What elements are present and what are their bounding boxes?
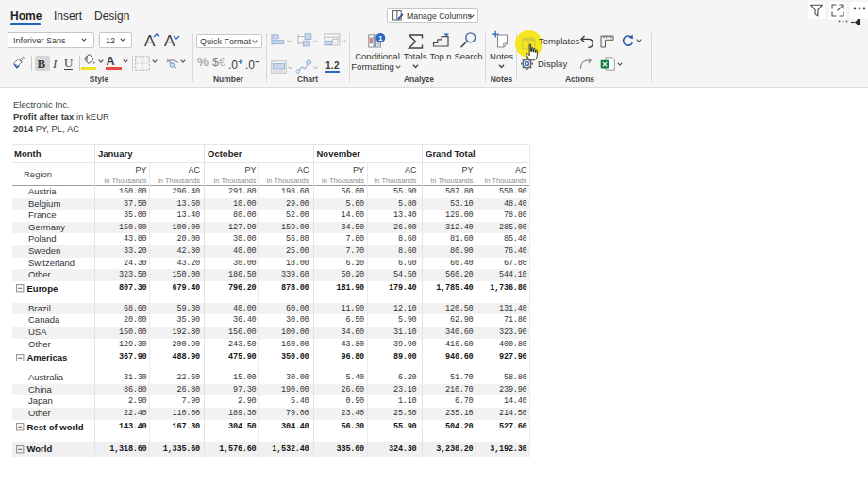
svg-text:1: 1 [378,34,382,42]
